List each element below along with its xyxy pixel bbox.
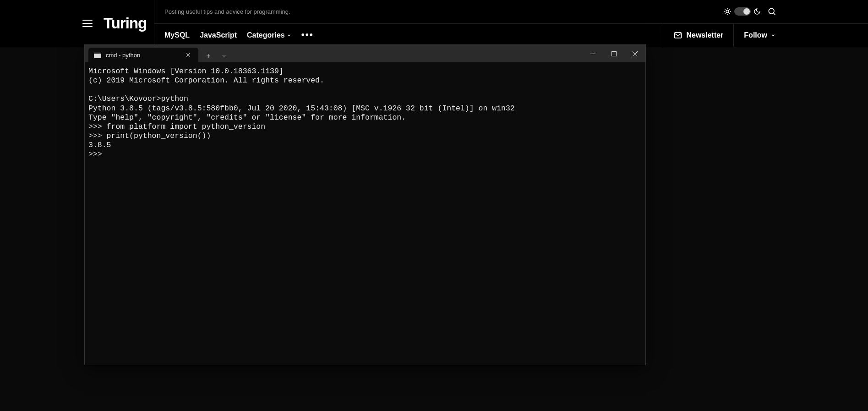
newsletter-label: Newsletter bbox=[686, 31, 723, 39]
svg-point-0 bbox=[726, 10, 729, 13]
new-tab-icon[interactable] bbox=[202, 49, 215, 62]
header-right: Posting useful tips and advice for progr… bbox=[154, 0, 868, 47]
nav-item-label: Categories bbox=[247, 31, 285, 39]
tab-actions bbox=[202, 49, 230, 62]
header-left: Turing bbox=[0, 0, 154, 47]
search-icon[interactable] bbox=[767, 7, 776, 16]
maximize-icon[interactable] bbox=[603, 45, 624, 62]
follow-label: Follow bbox=[744, 31, 767, 39]
close-icon[interactable] bbox=[624, 45, 645, 62]
nav-right: Newsletter Follow bbox=[663, 24, 786, 47]
nav-links: MySQL JavaScript Categories ••• bbox=[164, 30, 314, 40]
chevron-down-icon bbox=[287, 33, 291, 38]
header-top-bar: Posting useful tips and advice for progr… bbox=[154, 0, 868, 24]
svg-point-1 bbox=[769, 9, 774, 14]
follow-button[interactable]: Follow bbox=[733, 24, 786, 47]
tab-strip: cmd - python ✕ bbox=[85, 45, 582, 62]
site-tagline: Posting useful tips and advice for progr… bbox=[164, 8, 290, 15]
nav-item-javascript[interactable]: JavaScript bbox=[200, 31, 237, 39]
window-controls bbox=[582, 45, 645, 62]
mail-icon bbox=[673, 31, 682, 40]
cmd-icon bbox=[94, 52, 101, 58]
menu-icon[interactable] bbox=[82, 20, 93, 27]
chevron-down-icon bbox=[771, 33, 775, 38]
main-nav: MySQL JavaScript Categories ••• Newslett… bbox=[154, 24, 868, 47]
moon-icon bbox=[753, 8, 761, 15]
nav-more-icon[interactable]: ••• bbox=[301, 30, 314, 40]
svg-rect-3 bbox=[611, 51, 616, 56]
nav-item-mysql[interactable]: MySQL bbox=[164, 31, 190, 39]
tab-dropdown-icon[interactable] bbox=[218, 49, 230, 62]
site-logo[interactable]: Turing bbox=[104, 15, 147, 32]
tab-close-icon[interactable]: ✕ bbox=[184, 50, 193, 60]
terminal-output[interactable]: Microsoft Windows [Version 10.0.18363.11… bbox=[85, 62, 645, 365]
theme-toggle[interactable] bbox=[734, 7, 751, 16]
minimize-icon[interactable] bbox=[582, 45, 603, 62]
tab-title: cmd - python bbox=[106, 52, 179, 59]
newsletter-button[interactable]: Newsletter bbox=[663, 24, 733, 47]
theme-toggle-group bbox=[723, 7, 761, 16]
terminal-tab[interactable]: cmd - python ✕ bbox=[88, 48, 198, 62]
site-header: Turing Posting useful tips and advice fo… bbox=[0, 0, 868, 47]
header-top-actions bbox=[723, 7, 776, 16]
terminal-titlebar[interactable]: cmd - python ✕ bbox=[85, 45, 645, 62]
terminal-window: cmd - python ✕ Microsoft bbox=[84, 44, 646, 365]
nav-item-categories[interactable]: Categories bbox=[247, 31, 291, 39]
sun-icon bbox=[723, 7, 732, 16]
